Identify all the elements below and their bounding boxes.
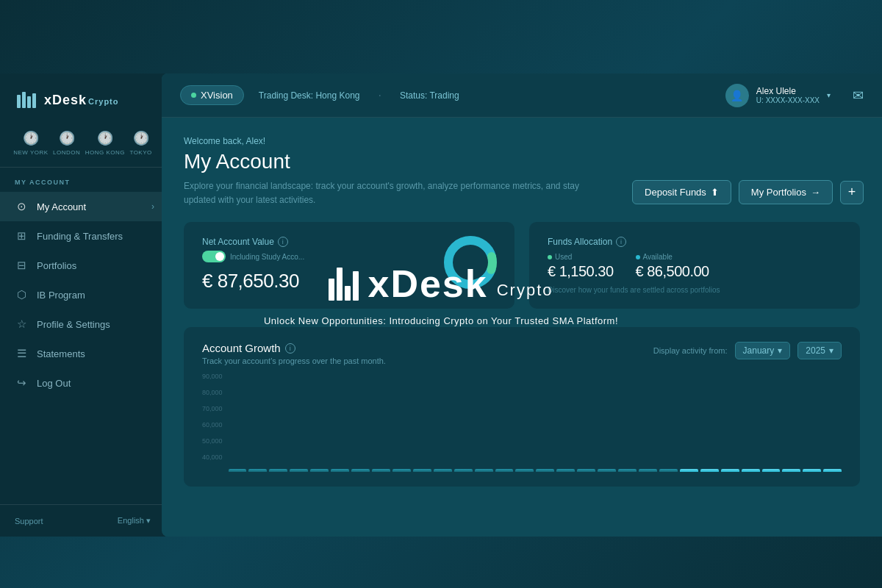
chart-bar xyxy=(556,469,575,472)
sidebar-item-label-profile-settings: Profile & Settings xyxy=(37,319,110,330)
clock-new-york-icon: 🕐 xyxy=(23,130,39,146)
page-description: Explore your financial landscape: track … xyxy=(184,179,610,207)
chart-bar xyxy=(721,469,739,472)
y-axis: 90,000 80,000 70,000 60,000 50,000 40,00… xyxy=(202,373,223,461)
portfolios-arrow-icon: → xyxy=(811,187,820,198)
toggle-switch[interactable] xyxy=(202,251,226,262)
chart-bar xyxy=(700,469,719,472)
bar-group xyxy=(618,469,637,472)
welcome-text: Welcome back, Alex! xyxy=(184,136,860,146)
funds-allocation-info-icon[interactable]: i xyxy=(616,237,626,247)
status-info: Status: Trading xyxy=(400,90,459,101)
clock-tokyo-label: TOKYO xyxy=(129,149,151,156)
chart-bar xyxy=(515,469,534,472)
available-dot xyxy=(636,255,640,259)
nav-arrow-my-account: › xyxy=(151,201,154,212)
y-label-4: 70,000 xyxy=(202,405,223,412)
add-button[interactable]: + xyxy=(840,181,864,204)
clock-london-icon: 🕐 xyxy=(59,130,75,146)
funding-transfers-icon: ⊞ xyxy=(15,229,28,243)
bar-group xyxy=(290,469,308,472)
chart-bar xyxy=(598,469,616,472)
bar-group xyxy=(700,469,719,472)
chart-period-label: Display activity from: xyxy=(653,346,728,355)
svg-rect-0 xyxy=(17,95,21,108)
market-clocks: 🕐 NEW YORK 🕐 LONDON 🕐 HONG KONG 🕐 TOKYO xyxy=(0,123,165,168)
sidebar-item-statements[interactable]: ☰ Statements xyxy=(0,339,165,368)
chart-bar xyxy=(434,469,452,472)
net-account-card: Net Account Value i Including Study Acco… xyxy=(184,222,514,309)
sidebar-item-funding-transfers[interactable]: ⊞ Funding & Transfers xyxy=(0,221,165,251)
chart-description: Track your account's progress over the p… xyxy=(202,356,386,365)
clock-hong-kong-icon: 🕐 xyxy=(97,130,113,146)
stats-row: Net Account Value i Including Study Acco… xyxy=(184,222,860,309)
chart-bar xyxy=(392,469,411,472)
bar-group xyxy=(454,469,473,472)
deposit-funds-button[interactable]: Deposit Funds ⬆ xyxy=(632,180,731,204)
profile-settings-icon: ☆ xyxy=(15,318,28,331)
chart-bar xyxy=(823,469,842,472)
chart-title-area: Account Growth i Track your account's pr… xyxy=(202,342,386,365)
sidebar-item-profile-settings[interactable]: ☆ Profile & Settings xyxy=(0,309,165,339)
sidebar-item-label-portfolios: Portfolios xyxy=(37,260,76,271)
chart-bar xyxy=(762,469,781,472)
y-label-1: 40,000 xyxy=(202,453,223,461)
chart-bar xyxy=(248,469,267,472)
bar-group xyxy=(372,469,390,472)
svg-rect-1 xyxy=(22,92,26,108)
account-badge[interactable]: XVision xyxy=(180,85,244,105)
chart-bar xyxy=(536,469,554,472)
chart-bar xyxy=(803,469,821,472)
bar-group xyxy=(803,469,821,472)
bar-group xyxy=(782,469,800,472)
user-name: Alex Ulele xyxy=(756,86,820,96)
chart-year-select[interactable]: 2025 ▾ xyxy=(797,342,842,359)
chart-info-icon[interactable]: i xyxy=(285,343,295,354)
chart-bar xyxy=(618,469,637,472)
sidebar-footer: Support English ▾ xyxy=(0,504,165,537)
mail-icon[interactable]: ✉ xyxy=(853,87,864,104)
clock-tokyo-icon: 🕐 xyxy=(133,130,149,146)
svg-point-5 xyxy=(448,240,492,284)
chart-bar xyxy=(475,469,493,472)
sidebar-item-ib-program[interactable]: ⬡ IB Program xyxy=(0,280,165,309)
funds-available-value: € 86,500.00 xyxy=(636,263,709,280)
nav-section-label: MY ACCOUNT xyxy=(0,168,165,192)
funds-available-label: Available xyxy=(636,253,709,261)
y-label-5: 80,000 xyxy=(202,389,223,396)
funds-allocation-card: Funds Allocation i Used € 1,150.30 xyxy=(529,222,860,309)
sidebar-item-label-my-account: My Account xyxy=(37,201,86,212)
header-separator-1: · xyxy=(378,89,381,102)
clock-new-york-label: NEW YORK xyxy=(13,149,48,156)
bar-group xyxy=(229,469,247,472)
logo-icon xyxy=(15,88,38,112)
svg-rect-3 xyxy=(32,93,36,108)
bar-group xyxy=(556,469,575,472)
chart-bar xyxy=(290,469,308,472)
sidebar-item-log-out[interactable]: ↪ Log Out xyxy=(0,368,165,398)
chart-bar xyxy=(742,469,760,472)
sidebar-logo: xDeskCrypto xyxy=(0,74,165,123)
user-id: U: XXXX-XXX-XXX xyxy=(756,96,820,104)
net-account-info-icon[interactable]: i xyxy=(278,237,288,247)
bar-group xyxy=(495,469,514,472)
bar-group xyxy=(577,469,595,472)
my-portfolios-button[interactable]: My Portfolios → xyxy=(739,180,833,204)
sidebar-item-my-account[interactable]: ⊙ My Account › xyxy=(0,192,165,221)
chart-bar xyxy=(413,469,431,472)
funds-allocation-label: Funds Allocation i xyxy=(548,237,842,247)
bar-group xyxy=(762,469,781,472)
chart-month-select[interactable]: January ▾ xyxy=(735,342,791,359)
bar-group xyxy=(269,469,287,472)
ib-program-icon: ⬡ xyxy=(15,288,28,301)
language-selector[interactable]: English ▾ xyxy=(118,516,151,526)
used-dot xyxy=(548,255,552,259)
account-badge-label: XVision xyxy=(201,90,233,101)
funds-sub-text: Discover how your funds are settled acro… xyxy=(548,286,842,294)
support-link[interactable]: Support xyxy=(15,517,43,526)
user-menu-chevron[interactable]: ▾ xyxy=(827,91,831,99)
account-status-dot xyxy=(191,93,196,98)
sidebar-item-portfolios[interactable]: ⊟ Portfolios xyxy=(0,251,165,280)
portfolios-icon: ⊟ xyxy=(15,259,28,272)
bar-group xyxy=(598,469,616,472)
